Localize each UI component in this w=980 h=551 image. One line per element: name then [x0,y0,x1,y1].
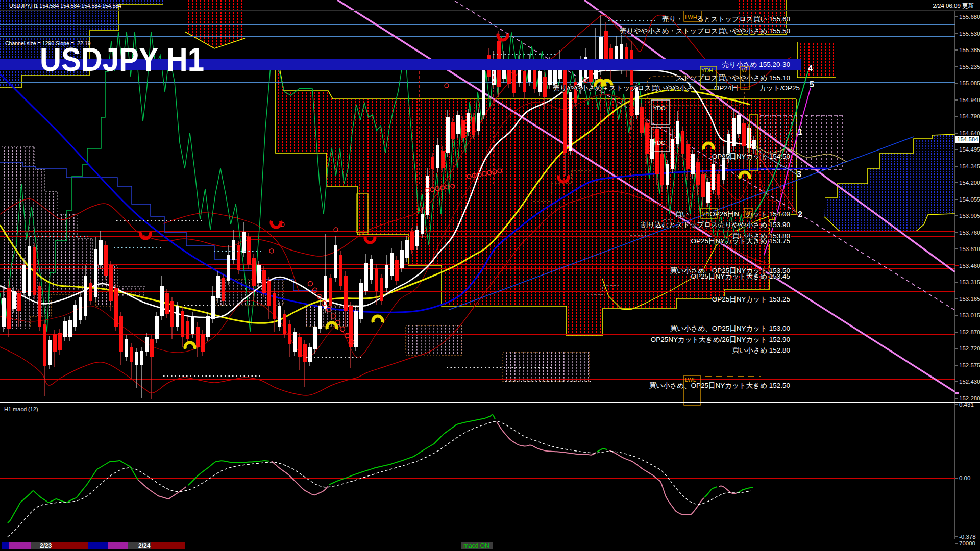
svg-text:OP25日NYカット大きめ 153.45: OP25日NYカット大きめ 153.45 [691,272,790,280]
svg-text:155.530: 155.530 [959,31,980,37]
svg-text:152.575: 152.575 [959,362,980,368]
svg-text:YDO: YDO [653,105,666,111]
svg-text:154.640: 154.640 [959,130,980,136]
svg-text:154.584: 154.584 [957,136,978,142]
svg-text:153.905: 153.905 [959,213,980,219]
svg-text:OP25日NYカット大きめ 153.75: OP25日NYカット大きめ 153.75 [691,237,790,245]
svg-text:YDC: YDC [653,140,665,146]
svg-text:154.345: 154.345 [959,163,980,169]
svg-text:LWH: LWH [685,14,697,20]
svg-text:5: 5 [810,80,814,89]
svg-text:152.720: 152.720 [959,345,980,352]
svg-text:割り込むとストップロス売りやや小さめ 153.90: 割り込むとストップロス売りやや小さめ 153.90 [641,221,790,229]
svg-text:売り・ るとストップロス買い 155.60: 売り・ るとストップロス買い 155.60 [662,15,790,23]
svg-text:USDJPY,H1 154.584 154.584 154: USDJPY,H1 154.584 154.584 154.584 154.58… [9,3,121,9]
svg-text:153.460: 153.460 [959,263,980,269]
svg-text:152.430: 152.430 [959,379,980,385]
svg-text:154.055: 154.055 [959,196,980,203]
svg-text:USDJPY H1: USDJPY H1 [40,41,204,78]
svg-text:153.165: 153.165 [959,296,980,302]
svg-text:macd ON: macd ON [463,542,489,549]
svg-text:ストップロス買いやや小さめ 155.10: ストップロス買いやや小さめ 155.10 [676,74,790,82]
svg-text:2/23: 2/23 [40,542,52,549]
svg-text:1: 1 [798,128,802,136]
svg-text:155.385: 155.385 [959,47,980,53]
svg-text:OP25NYカット大きめ/26日NYカット 152.90: OP25NYカット大きめ/26日NYカット 152.90 [651,336,790,343]
svg-text:2/24: 2/24 [138,542,151,549]
svg-text:LWL: LWL [685,377,696,383]
svg-text:152.870: 152.870 [959,329,980,335]
svg-text:154.200: 154.200 [959,180,980,186]
svg-text:H1 macd (12): H1 macd (12) [4,406,38,412]
svg-text:155.235: 155.235 [959,64,980,70]
svg-text:70000: 70000 [959,540,975,546]
svg-text:買い OP26日N カット 154.00: 買い OP26日N カット 154.00 [675,210,790,218]
svg-text:154.495: 154.495 [959,146,980,153]
svg-text:153.015: 153.015 [959,312,980,318]
svg-text:買い小さめ 152.80: 買い小さめ 152.80 [732,346,791,354]
svg-text:2/24 06:09 更新: 2/24 06:09 更新 [933,3,974,9]
svg-text:155.085: 155.085 [959,80,980,86]
svg-text:0.00: 0.00 [959,475,970,481]
svg-text:買い小さめ、OP25日NYカット大きめ 152.50: 買い小さめ、OP25日NYカット大きめ 152.50 [649,382,790,389]
svg-text:3: 3 [797,170,801,179]
svg-text:OP25日NYカット 153.25: OP25日NYカット 153.25 [712,295,790,303]
svg-text:OP25日NYカット 154.50: OP25日NYカット 154.50 [712,153,790,160]
svg-text:153.315: 153.315 [959,279,980,285]
svg-text:売り小さめ 155.20-30: 売り小さめ 155.20-30 [722,61,790,68]
svg-text:YDL: YDL [702,211,713,217]
svg-text:買い小さめ、OP25日NYカット 153.00: 買い小さめ、OP25日NYカット 153.00 [670,324,790,332]
svg-text:Channel size = 1290 Slope = -2: Channel size = 1290 Slope = -22.19 [5,40,91,46]
svg-text:2: 2 [798,210,802,219]
svg-text:154.940: 154.940 [959,97,980,103]
svg-text:YDH: YDH [701,67,713,73]
svg-text:W: W [745,210,751,216]
svg-text:152.280: 152.280 [959,395,980,402]
svg-text:155.680: 155.680 [959,14,980,20]
svg-text:W: W [742,67,747,73]
svg-text:4: 4 [808,64,813,73]
svg-text:153.610: 153.610 [959,246,980,252]
svg-text:売りやや小さめ＋ストップロス買いやや小さ OP24日: 売りやや小さめ＋ストップロス買いやや小さ OP24日 カット/OP25 [553,84,800,92]
svg-text:153.760: 153.760 [959,230,980,236]
svg-text:売りやや小さめ・ストップロス買いやや小さめ 155.50: 売りやや小さめ・ストップロス買いやや小さめ 155.50 [620,27,790,35]
svg-text:154.790: 154.790 [959,113,980,119]
